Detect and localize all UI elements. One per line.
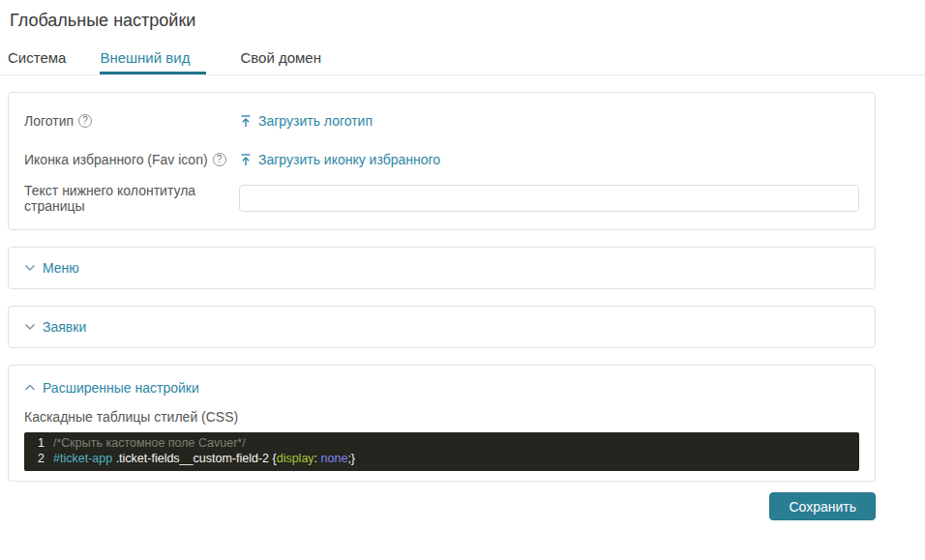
- tab-custom-domain[interactable]: Свой домен: [240, 49, 321, 74]
- footer-text-row: Текст нижнего колонтитула страницы: [24, 179, 859, 218]
- tickets-section-label: Заявки: [43, 319, 86, 335]
- chevron-down-icon: [24, 323, 36, 331]
- advanced-section-label: Расширенные настройки: [43, 380, 199, 396]
- form-actions: Сохранить: [8, 492, 876, 520]
- menu-section-label: Меню: [43, 260, 79, 276]
- favicon-label: Иконка избранного (Fav icon): [24, 152, 208, 167]
- logo-label: Логотип: [24, 113, 74, 129]
- tabs-bar: Система Внешний вид Свой домен: [0, 49, 925, 75]
- upload-favicon-link[interactable]: Загрузить иконку избранного: [239, 152, 440, 167]
- save-button[interactable]: Сохранить: [769, 492, 876, 520]
- favicon-row: Иконка избранного (Fav icon) ? Загрузить…: [24, 140, 859, 179]
- upload-logo-label: Загрузить логотип: [258, 113, 373, 129]
- code-token-close-brace: ;}: [347, 452, 355, 467]
- code-token-comment: /*Скрыть кастомное поле Cavuer*/: [53, 436, 246, 452]
- code-line: 2 #ticket-app .ticket-fields__custom-fie…: [24, 452, 859, 467]
- tab-system[interactable]: Система: [8, 49, 66, 74]
- advanced-section-toggle[interactable]: Расширенные настройки: [24, 380, 859, 396]
- menu-section-panel: Меню: [8, 247, 876, 289]
- menu-section-toggle[interactable]: Меню: [24, 260, 859, 276]
- settings-content: Логотип ? Загрузить логотип Иконка избра…: [8, 92, 876, 520]
- chevron-down-icon: [24, 264, 36, 272]
- code-token-class-selector: .ticket-fields__custom-field-2: [112, 452, 272, 467]
- logo-row: Логотип ? Загрузить логотип: [24, 102, 859, 140]
- logo-label-wrap: Логотип ?: [24, 113, 239, 129]
- line-number: 1: [24, 436, 53, 452]
- footer-text-input[interactable]: [239, 185, 859, 212]
- favicon-label-wrap: Иконка избранного (Fav icon) ?: [24, 152, 239, 167]
- chevron-up-icon: [24, 384, 36, 392]
- code-token-colon: :: [314, 452, 321, 467]
- upload-icon: [239, 114, 253, 128]
- code-token-property: display: [277, 452, 314, 467]
- code-line: 1 /*Скрыть кастомное поле Cavuer*/: [24, 436, 859, 452]
- tab-appearance[interactable]: Внешний вид: [100, 49, 206, 74]
- footer-text-label: Текст нижнего колонтитула страницы: [24, 183, 239, 214]
- upload-logo-link[interactable]: Загрузить логотип: [239, 113, 373, 129]
- line-number: 2: [24, 452, 53, 467]
- upload-icon: [239, 153, 253, 166]
- advanced-section-panel: Расширенные настройки Каскадные таблицы …: [8, 365, 876, 482]
- page-title: Глобальные настройки: [10, 11, 925, 31]
- footer-text-label-wrap: Текст нижнего колонтитула страницы: [24, 183, 239, 214]
- code-token-id-selector: #ticket-app: [53, 452, 112, 467]
- upload-favicon-label: Загрузить иконку избранного: [258, 152, 440, 167]
- branding-panel: Логотип ? Загрузить логотип Иконка избра…: [8, 92, 876, 230]
- css-code-editor[interactable]: 1 /*Скрыть кастомное поле Cavuer*/ 2 #ti…: [24, 432, 859, 471]
- tickets-section-panel: Заявки: [8, 306, 876, 348]
- css-editor-label: Каскадные таблицы стилей (CSS): [24, 409, 859, 425]
- tickets-section-toggle[interactable]: Заявки: [24, 319, 859, 335]
- help-icon[interactable]: ?: [213, 153, 226, 166]
- help-icon[interactable]: ?: [78, 114, 92, 128]
- code-token-value: none: [321, 452, 348, 467]
